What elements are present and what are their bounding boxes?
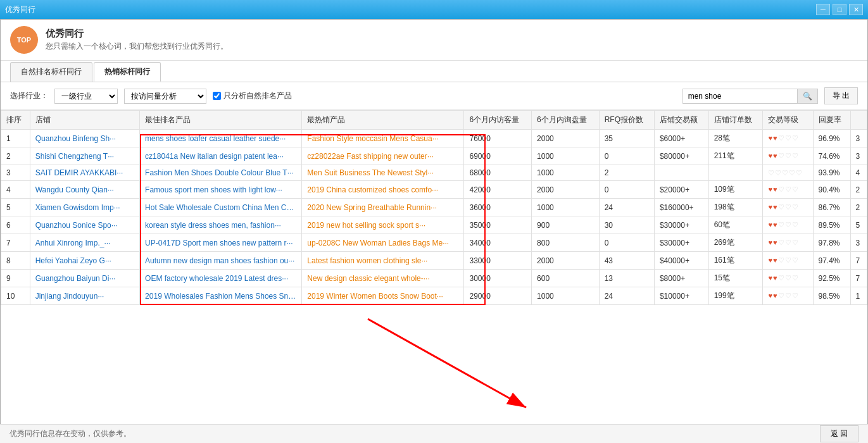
cell-transaction: $10000+ <box>654 287 708 305</box>
search-button[interactable]: 🔍 <box>797 89 817 103</box>
cell-shop: Shishi Chengzheng T··· <box>30 147 139 165</box>
col-extra <box>850 111 867 130</box>
cell-transaction: $6000+ <box>654 130 708 147</box>
col-shop: 店铺 <box>30 111 139 130</box>
cell-best-product: Fashion Men Shoes Double Colour Blue T··… <box>140 165 302 181</box>
cell-orders: 211笔 <box>708 147 763 165</box>
cell-extra: 5 <box>850 216 867 234</box>
cell-orders: 60笔 <box>708 216 763 234</box>
app-title-block: 优秀同行 您只需输入一个核心词，我们帮您找到行业优秀同行。 <box>46 28 228 52</box>
cell-best-product: cz18041a New italian design patent lea··… <box>140 147 302 165</box>
cell-rfq: 24 <box>599 199 654 216</box>
cell-hot-product: cz28022ae Fast shipping new outer··· <box>302 147 464 165</box>
cell-orders <box>708 165 763 181</box>
col-rating: 交易等级 <box>763 111 813 130</box>
cell-transaction <box>654 165 708 181</box>
title-bar-controls: ─ □ ✕ <box>816 4 863 15</box>
data-table: 排序 店铺 最佳排名产品 最热销产品 6个月内访客量 6个月内询盘量 RFQ报价… <box>1 110 867 305</box>
cell-extra: 2 <box>850 181 867 199</box>
table-row[interactable]: 4 Wangdu County Qian··· Famous sport men… <box>1 181 867 199</box>
table-row[interactable]: 1 Quanzhou Binfeng Sh··· mens shoes loaf… <box>1 130 867 147</box>
cell-hot-product: New design classic elegant whole-··· <box>302 270 464 287</box>
cell-rank: 10 <box>1 287 30 305</box>
app-logo: TOP <box>10 26 38 54</box>
cell-rfq: 30 <box>599 216 654 234</box>
cell-transaction: $8000+ <box>654 270 708 287</box>
table-row[interactable]: 7 Anhui Xinrong Imp._··· UP-0417D Sport … <box>1 234 867 252</box>
table-row[interactable]: 6 Quanzhou Sonice Spo··· korean style dr… <box>1 216 867 234</box>
col-rfq: RFQ报价数 <box>599 111 654 130</box>
col-best-product: 最佳排名产品 <box>140 111 302 130</box>
table-row[interactable]: 8 Hefei Yaohai Zeyo G··· Autumn new desi… <box>1 252 867 270</box>
cell-rating: ♥♥♡♡♡ <box>763 216 813 234</box>
cell-inquiries: 1000 <box>532 165 600 181</box>
cell-visitors: 30000 <box>464 270 532 287</box>
cell-hot-product: Men Suit Business The Newest Styl··· <box>302 165 464 181</box>
tab-natural[interactable]: 自然排名标杆同行 <box>10 62 92 82</box>
cell-rating: ♡♡♡♡♡ <box>763 165 813 181</box>
cell-return-rate: 97.8% <box>813 234 850 252</box>
cell-orders: 15笔 <box>708 270 763 287</box>
return-button[interactable]: 返 回 <box>820 425 859 442</box>
table-container[interactable]: 排序 店铺 最佳排名产品 最热销产品 6个月内访客量 6个月内询盘量 RFQ报价… <box>1 110 867 404</box>
cell-orders: 198笔 <box>708 199 763 216</box>
maximize-button[interactable]: □ <box>833 4 846 15</box>
cell-inquiries: 800 <box>532 234 600 252</box>
cell-visitors: 69000 <box>464 147 532 165</box>
title-bar: 优秀同行 ─ □ ✕ <box>0 0 868 19</box>
tab-hot[interactable]: 热销标杆同行 <box>94 62 161 82</box>
cell-transaction: $80000+ <box>654 147 708 165</box>
col-hot-product: 最热销产品 <box>302 111 464 130</box>
cell-best-product: Famous sport men shoes with light low··· <box>140 181 302 199</box>
cell-orders: 28笔 <box>708 130 763 147</box>
cell-orders: 161笔 <box>708 252 763 270</box>
cell-extra: 3 <box>850 147 867 165</box>
cell-extra: 2 <box>850 199 867 216</box>
col-orders: 店铺订单数 <box>708 111 763 130</box>
cell-visitors: 34000 <box>464 234 532 252</box>
export-button[interactable]: 导 出 <box>824 87 858 104</box>
close-button[interactable]: ✕ <box>849 4 863 15</box>
cell-rfq: 13 <box>599 270 654 287</box>
cell-return-rate: 93.9% <box>813 165 850 181</box>
cell-shop: Quanzhou Sonice Spo··· <box>30 216 139 234</box>
cell-inquiries: 600 <box>532 270 600 287</box>
cell-return-rate: 90.4% <box>813 181 850 199</box>
search-input[interactable] <box>683 89 797 103</box>
search-box: 🔍 <box>682 89 818 104</box>
analysis-select[interactable]: 按访问量分析 <box>124 89 206 104</box>
natural-rank-checkbox[interactable] <box>213 92 221 100</box>
cell-visitors: 33000 <box>464 252 532 270</box>
table-row[interactable]: 5 Xiamen Gowisdom Imp··· Hot Sale Wholes… <box>1 199 867 216</box>
cell-rating: ♥♥♡♡♡ <box>763 181 813 199</box>
cell-inquiries: 1000 <box>532 287 600 305</box>
cell-inquiries: 900 <box>532 216 600 234</box>
cell-shop: Quanzhou Binfeng Sh··· <box>30 130 139 147</box>
cell-visitors: 68000 <box>464 165 532 181</box>
cell-visitors: 35000 <box>464 216 532 234</box>
table-row[interactable]: 10 Jinjiang Jindouyun··· 2019 Wholesales… <box>1 287 867 305</box>
cell-rfq: 24 <box>599 287 654 305</box>
cell-rfq: 0 <box>599 181 654 199</box>
cell-return-rate: 92.5% <box>813 270 850 287</box>
cell-rating: ♥♥♡♡♡ <box>763 130 813 147</box>
industry-select[interactable]: 一级行业 <box>54 89 118 104</box>
cell-hot-product: 2020 New Spring Breathable Runnin··· <box>302 199 464 216</box>
cell-rating: ♥♥♡♡♡ <box>763 270 813 287</box>
cell-return-rate: 89.5% <box>813 216 850 234</box>
table-row[interactable]: 3 SAIT DEMIR AYAKKABI··· Fashion Men Sho… <box>1 165 867 181</box>
cell-best-product: Autumn new design man shoes fashion ou··… <box>140 252 302 270</box>
cell-rank: 3 <box>1 165 30 181</box>
cell-orders: 199笔 <box>708 287 763 305</box>
app-header: TOP 优秀同行 您只需输入一个核心词，我们帮您找到行业优秀同行。 <box>1 20 867 61</box>
industry-label: 选择行业： <box>10 90 48 101</box>
col-rank: 排序 <box>1 111 30 130</box>
cell-rating: ♥♥♡♡♡ <box>763 234 813 252</box>
table-row[interactable]: 9 Guangzhou Baiyun Di··· OEM factory who… <box>1 270 867 287</box>
col-return-rate: 回夏率 <box>813 111 850 130</box>
cell-rank: 4 <box>1 181 30 199</box>
natural-rank-checkbox-wrap: 只分析自然排名产品 <box>213 90 292 101</box>
cell-visitors: 42000 <box>464 181 532 199</box>
minimize-button[interactable]: ─ <box>816 4 830 15</box>
table-row[interactable]: 2 Shishi Chengzheng T··· cz18041a New it… <box>1 147 867 165</box>
